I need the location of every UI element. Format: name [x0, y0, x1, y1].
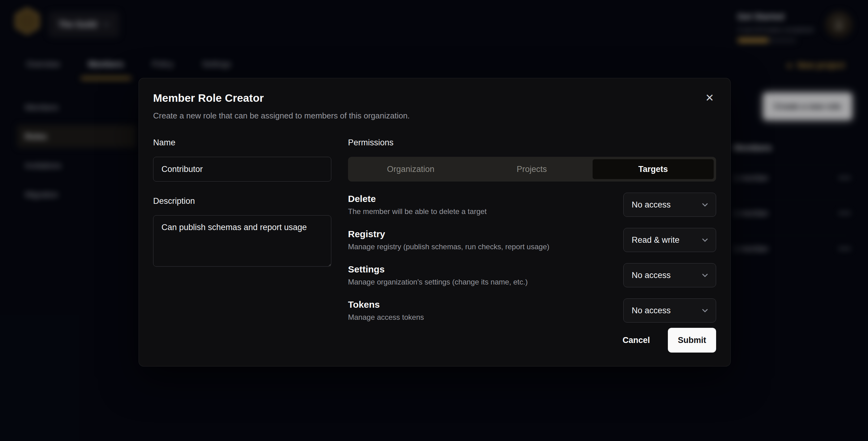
permissions-tablist: Organization Projects Targets — [348, 157, 716, 182]
delete-access-select[interactable]: No access — [623, 193, 716, 217]
app-root: The Guild Get Started 4 out of 8 tasks c… — [0, 0, 868, 441]
selected-value: Read & write — [632, 235, 680, 245]
close-icon[interactable]: ✕ — [701, 89, 718, 106]
role-name-input[interactable] — [153, 157, 331, 182]
permission-description: The member will be able to delete a targ… — [348, 207, 487, 216]
name-label: Name — [153, 138, 331, 148]
tab-organization[interactable]: Organization — [350, 159, 471, 179]
permission-description: Manage access tokens — [348, 313, 424, 322]
chevron-down-icon — [702, 308, 708, 313]
permission-row-settings: Settings Manage organization's settings … — [348, 263, 716, 287]
member-role-creator-dialog: ✕ Member Role Creator Create a new role … — [138, 78, 731, 367]
tokens-access-select[interactable]: No access — [623, 298, 716, 322]
permission-row-tokens: Tokens Manage access tokens No access — [348, 298, 716, 322]
permission-description: Manage registry (publish schemas, run ch… — [348, 243, 549, 251]
chevron-down-icon — [702, 202, 708, 207]
description-label: Description — [153, 196, 331, 206]
tab-projects[interactable]: Projects — [471, 159, 592, 179]
role-description-textarea[interactable]: Can publish schemas and report usage — [153, 215, 331, 266]
registry-access-select[interactable]: Read & write — [623, 228, 716, 252]
selected-value: No access — [632, 306, 671, 315]
chevron-down-icon — [702, 238, 708, 242]
permission-title: Registry — [348, 229, 549, 239]
dialog-title: Member Role Creator — [153, 92, 716, 104]
permission-title: Delete — [348, 194, 487, 204]
selected-value: No access — [632, 200, 671, 210]
permission-title: Tokens — [348, 300, 424, 310]
permissions-label: Permissions — [348, 138, 716, 148]
selected-value: No access — [632, 271, 671, 280]
permission-title: Settings — [348, 264, 528, 275]
settings-access-select[interactable]: No access — [623, 263, 716, 287]
dialog-footer: Cancel Submit — [614, 328, 716, 352]
chevron-down-icon — [702, 273, 708, 277]
dialog-subtitle: Create a new role that can be assigned t… — [153, 111, 716, 121]
permission-row-delete: Delete The member will be able to delete… — [348, 193, 716, 217]
submit-button[interactable]: Submit — [668, 328, 716, 352]
permission-row-registry: Registry Manage registry (publish schema… — [348, 228, 716, 252]
tab-targets[interactable]: Targets — [592, 159, 714, 179]
permission-description: Manage organization's settings (change i… — [348, 278, 528, 286]
cancel-button[interactable]: Cancel — [614, 328, 658, 352]
